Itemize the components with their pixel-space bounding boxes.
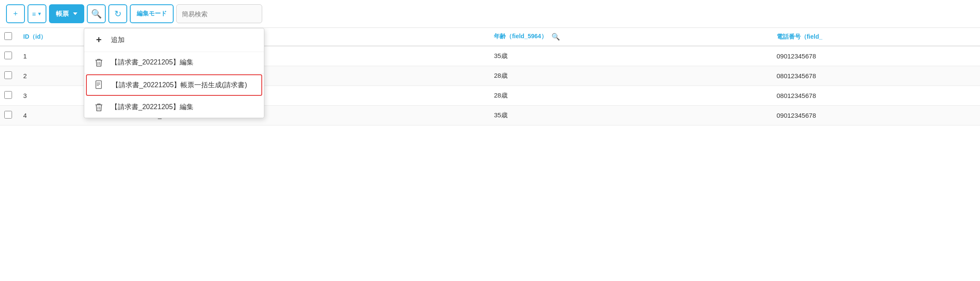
row-checkbox-cell — [0, 106, 17, 125]
dropdown-icon-add: + — [94, 34, 104, 46]
th-phone-label: 電話番号（field_ — [777, 33, 823, 40]
dropdown-item-edit1[interactable]: 【請求書_20221205】編集 — [84, 52, 264, 73]
dropdown-item-bulk[interactable]: 【請求書_20221205】帳票一括生成(請求書) — [86, 74, 262, 96]
edit-mode-button[interactable]: 編集モード — [130, 4, 174, 23]
menu-icon: ≡ — [32, 10, 36, 18]
row-checkbox[interactable] — [4, 71, 12, 79]
edit-mode-label: 編集モード — [137, 10, 167, 18]
dropdown-icon-bulk — [95, 80, 105, 90]
row-phone: 09012345678 — [771, 46, 980, 66]
th-id-label: ID（id） — [23, 33, 46, 40]
dropdown-menu[interactable]: +追加 【請求書_20221205】編集 【請求書_20221205】帳票一括生… — [84, 28, 264, 118]
toolbar: + ≡ ▼ 帳票 🔍 ↻ 編集モード — [0, 0, 980, 28]
row-f5964: 28歳 — [488, 86, 771, 106]
plus-icon: + — [13, 9, 18, 18]
row-phone: 09012345678 — [771, 106, 980, 125]
invoice-button[interactable]: 帳票 — [49, 4, 84, 23]
row-f5964: 35歳 — [488, 106, 771, 125]
th-phone: 電話番号（field_ — [771, 28, 980, 46]
dropdown-icon-edit1 — [94, 58, 104, 67]
row-checkbox[interactable] — [4, 111, 12, 119]
refresh-icon: ↻ — [114, 9, 122, 19]
simple-search-input[interactable] — [176, 4, 262, 23]
svg-rect-2 — [96, 81, 101, 89]
row-checkbox-cell — [0, 66, 17, 86]
row-f5964: 28歳 — [488, 66, 771, 86]
refresh-button[interactable]: ↻ — [108, 4, 127, 23]
menu-button[interactable]: ≡ ▼ — [28, 4, 46, 23]
dropdown-label-edit1: 【請求書_20221205】編集 — [111, 58, 193, 67]
dropdown-item-add[interactable]: +追加 — [84, 28, 264, 52]
dropdown-label-edit2: 【請求書_20221205】編集 — [111, 103, 193, 112]
row-checkbox[interactable] — [4, 91, 12, 99]
menu-chevron-icon: ▼ — [37, 11, 42, 16]
field5964-search-icon[interactable]: 🔍 — [551, 33, 560, 41]
select-all-checkbox[interactable] — [4, 32, 12, 40]
row-checkbox[interactable] — [4, 52, 12, 59]
invoice-chevron-icon — [73, 12, 77, 15]
row-phone: 08012345678 — [771, 66, 980, 86]
row-checkbox-cell — [0, 86, 17, 106]
search-icon: 🔍 — [91, 9, 102, 19]
add-button[interactable]: + — [6, 4, 25, 23]
th-checkbox — [0, 28, 17, 46]
dropdown-item-edit2[interactable]: 【請求書_20221205】編集 — [84, 97, 264, 118]
row-checkbox-cell — [0, 46, 17, 66]
row-f5964: 35歳 — [488, 46, 771, 66]
dropdown-label-add: 追加 — [111, 36, 125, 45]
table-container: ID（id） （field_5963） 🔍 年齢（field_5964） 🔍 電… — [0, 28, 980, 125]
dropdown-icon-edit2 — [94, 103, 104, 112]
dropdown-label-bulk: 【請求書_20221205】帳票一括生成(請求書) — [112, 81, 247, 90]
search-button[interactable]: 🔍 — [87, 4, 106, 23]
th-field5964-label: 年齢（field_5964） — [494, 33, 547, 40]
th-field5964: 年齢（field_5964） 🔍 — [488, 28, 771, 46]
row-phone: 08012345678 — [771, 86, 980, 106]
invoice-label: 帳票 — [56, 10, 69, 18]
